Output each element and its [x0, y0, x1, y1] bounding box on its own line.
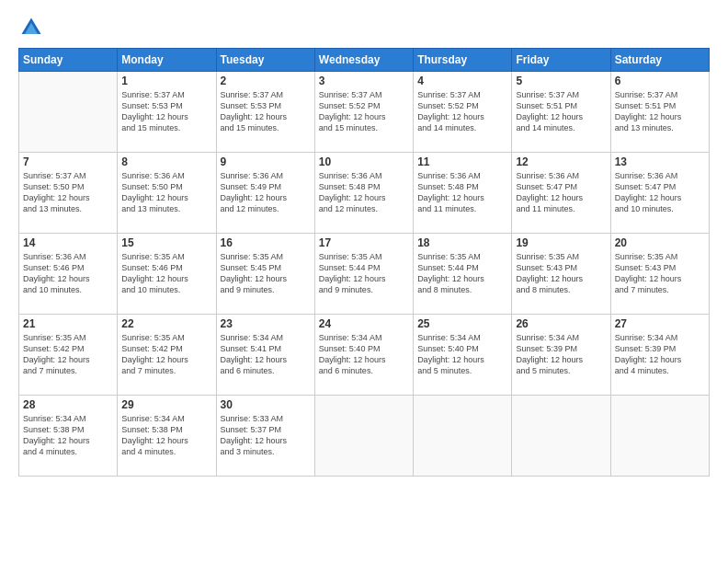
day-number: 23: [221, 317, 311, 330]
day-info: Sunrise: 5:34 AM Sunset: 5:39 PM Dayligh…: [516, 332, 606, 377]
day-info: Sunrise: 5:37 AM Sunset: 5:51 PM Dayligh…: [516, 89, 606, 134]
week-row-5: 28Sunrise: 5:34 AM Sunset: 5:38 PM Dayli…: [19, 396, 710, 477]
day-info: Sunrise: 5:37 AM Sunset: 5:50 PM Dayligh…: [23, 170, 113, 215]
day-cell: 23Sunrise: 5:34 AM Sunset: 5:41 PM Dayli…: [216, 315, 314, 396]
day-number: 16: [221, 236, 311, 249]
day-info: Sunrise: 5:35 AM Sunset: 5:45 PM Dayligh…: [221, 251, 311, 296]
day-info: Sunrise: 5:34 AM Sunset: 5:41 PM Dayligh…: [221, 332, 311, 377]
day-cell: 24Sunrise: 5:34 AM Sunset: 5:40 PM Dayli…: [314, 315, 413, 396]
day-cell: 7Sunrise: 5:37 AM Sunset: 5:50 PM Daylig…: [19, 153, 118, 234]
day-info: Sunrise: 5:36 AM Sunset: 5:48 PM Dayligh…: [319, 170, 409, 215]
day-info: Sunrise: 5:36 AM Sunset: 5:50 PM Dayligh…: [121, 170, 211, 215]
logo-icon: [18, 15, 44, 40]
day-info: Sunrise: 5:37 AM Sunset: 5:53 PM Dayligh…: [121, 89, 211, 134]
day-cell: 4Sunrise: 5:37 AM Sunset: 5:52 PM Daylig…: [414, 72, 512, 153]
day-info: Sunrise: 5:35 AM Sunset: 5:44 PM Dayligh…: [417, 251, 507, 296]
page: SundayMondayTuesdayWednesdayThursdayFrid…: [0, 0, 728, 563]
calendar-table: SundayMondayTuesdayWednesdayThursdayFrid…: [18, 48, 710, 477]
day-info: Sunrise: 5:33 AM Sunset: 5:37 PM Dayligh…: [221, 413, 311, 458]
day-number: 26: [516, 317, 606, 330]
day-info: Sunrise: 5:35 AM Sunset: 5:42 PM Dayligh…: [23, 332, 113, 377]
day-cell: 20Sunrise: 5:35 AM Sunset: 5:43 PM Dayli…: [610, 234, 709, 315]
day-number: 15: [121, 236, 211, 249]
week-row-4: 21Sunrise: 5:35 AM Sunset: 5:42 PM Dayli…: [19, 315, 710, 396]
day-info: Sunrise: 5:35 AM Sunset: 5:43 PM Dayligh…: [516, 251, 606, 296]
day-cell: 18Sunrise: 5:35 AM Sunset: 5:44 PM Dayli…: [414, 234, 512, 315]
day-cell: 1Sunrise: 5:37 AM Sunset: 5:53 PM Daylig…: [118, 72, 216, 153]
day-number: 8: [121, 155, 211, 168]
day-cell: [610, 396, 709, 477]
day-cell: 11Sunrise: 5:36 AM Sunset: 5:48 PM Dayli…: [414, 153, 512, 234]
week-row-3: 14Sunrise: 5:36 AM Sunset: 5:46 PM Dayli…: [19, 234, 710, 315]
day-number: 2: [221, 75, 311, 87]
day-header-sunday: Sunday: [19, 49, 118, 72]
day-cell: 8Sunrise: 5:36 AM Sunset: 5:50 PM Daylig…: [118, 153, 216, 234]
day-cell: 13Sunrise: 5:36 AM Sunset: 5:47 PM Dayli…: [610, 153, 709, 234]
day-number: 25: [417, 317, 507, 330]
day-info: Sunrise: 5:34 AM Sunset: 5:38 PM Dayligh…: [121, 413, 211, 458]
day-cell: 27Sunrise: 5:34 AM Sunset: 5:39 PM Dayli…: [610, 315, 709, 396]
day-info: Sunrise: 5:34 AM Sunset: 5:38 PM Dayligh…: [23, 413, 113, 458]
day-cell: 10Sunrise: 5:36 AM Sunset: 5:48 PM Dayli…: [314, 153, 413, 234]
day-cell: 22Sunrise: 5:35 AM Sunset: 5:42 PM Dayli…: [118, 315, 216, 396]
day-cell: 3Sunrise: 5:37 AM Sunset: 5:52 PM Daylig…: [314, 72, 413, 153]
day-info: Sunrise: 5:35 AM Sunset: 5:43 PM Dayligh…: [615, 251, 705, 296]
day-number: 14: [23, 236, 113, 249]
day-info: Sunrise: 5:34 AM Sunset: 5:39 PM Dayligh…: [615, 332, 705, 377]
day-header-tuesday: Tuesday: [216, 49, 314, 72]
day-number: 17: [319, 236, 409, 249]
day-number: 13: [615, 155, 705, 168]
day-cell: [512, 396, 610, 477]
day-cell: 12Sunrise: 5:36 AM Sunset: 5:47 PM Dayli…: [512, 153, 610, 234]
day-number: 4: [417, 75, 507, 87]
day-cell: [314, 396, 413, 477]
week-row-1: 1Sunrise: 5:37 AM Sunset: 5:53 PM Daylig…: [19, 72, 710, 153]
day-number: 10: [319, 155, 409, 168]
day-info: Sunrise: 5:37 AM Sunset: 5:53 PM Dayligh…: [221, 89, 311, 134]
day-number: 22: [121, 317, 211, 330]
day-number: 19: [516, 236, 606, 249]
day-info: Sunrise: 5:37 AM Sunset: 5:52 PM Dayligh…: [319, 89, 409, 134]
day-info: Sunrise: 5:35 AM Sunset: 5:42 PM Dayligh…: [121, 332, 211, 377]
day-info: Sunrise: 5:35 AM Sunset: 5:46 PM Dayligh…: [121, 251, 211, 296]
day-info: Sunrise: 5:36 AM Sunset: 5:47 PM Dayligh…: [615, 170, 705, 215]
day-cell: 2Sunrise: 5:37 AM Sunset: 5:53 PM Daylig…: [216, 72, 314, 153]
day-cell: 25Sunrise: 5:34 AM Sunset: 5:40 PM Dayli…: [414, 315, 512, 396]
day-number: 5: [516, 75, 606, 87]
header-row: SundayMondayTuesdayWednesdayThursdayFrid…: [19, 49, 710, 72]
day-header-monday: Monday: [118, 49, 216, 72]
day-cell: 9Sunrise: 5:36 AM Sunset: 5:49 PM Daylig…: [216, 153, 314, 234]
week-row-2: 7Sunrise: 5:37 AM Sunset: 5:50 PM Daylig…: [19, 153, 710, 234]
day-cell: [414, 396, 512, 477]
header: [18, 15, 710, 40]
day-cell: 19Sunrise: 5:35 AM Sunset: 5:43 PM Dayli…: [512, 234, 610, 315]
day-cell: 17Sunrise: 5:35 AM Sunset: 5:44 PM Dayli…: [314, 234, 413, 315]
day-info: Sunrise: 5:37 AM Sunset: 5:51 PM Dayligh…: [615, 89, 705, 134]
day-cell: 16Sunrise: 5:35 AM Sunset: 5:45 PM Dayli…: [216, 234, 314, 315]
day-info: Sunrise: 5:36 AM Sunset: 5:49 PM Dayligh…: [221, 170, 311, 215]
day-header-saturday: Saturday: [610, 49, 709, 72]
day-cell: 30Sunrise: 5:33 AM Sunset: 5:37 PM Dayli…: [216, 396, 314, 477]
day-number: 9: [221, 155, 311, 168]
day-info: Sunrise: 5:34 AM Sunset: 5:40 PM Dayligh…: [319, 332, 409, 377]
day-number: 11: [417, 155, 507, 168]
day-cell: 29Sunrise: 5:34 AM Sunset: 5:38 PM Dayli…: [118, 396, 216, 477]
day-number: 29: [121, 398, 211, 411]
day-number: 1: [121, 75, 211, 87]
day-header-thursday: Thursday: [414, 49, 512, 72]
day-info: Sunrise: 5:36 AM Sunset: 5:47 PM Dayligh…: [516, 170, 606, 215]
day-cell: [19, 72, 118, 153]
day-number: 20: [615, 236, 705, 249]
day-cell: 14Sunrise: 5:36 AM Sunset: 5:46 PM Dayli…: [19, 234, 118, 315]
day-cell: 6Sunrise: 5:37 AM Sunset: 5:51 PM Daylig…: [610, 72, 709, 153]
day-number: 28: [23, 398, 113, 411]
day-number: 3: [319, 75, 409, 87]
day-number: 7: [23, 155, 113, 168]
day-number: 12: [516, 155, 606, 168]
day-info: Sunrise: 5:36 AM Sunset: 5:48 PM Dayligh…: [417, 170, 507, 215]
day-info: Sunrise: 5:37 AM Sunset: 5:52 PM Dayligh…: [417, 89, 507, 134]
day-cell: 28Sunrise: 5:34 AM Sunset: 5:38 PM Dayli…: [19, 396, 118, 477]
day-cell: 26Sunrise: 5:34 AM Sunset: 5:39 PM Dayli…: [512, 315, 610, 396]
day-cell: 21Sunrise: 5:35 AM Sunset: 5:42 PM Dayli…: [19, 315, 118, 396]
day-header-friday: Friday: [512, 49, 610, 72]
